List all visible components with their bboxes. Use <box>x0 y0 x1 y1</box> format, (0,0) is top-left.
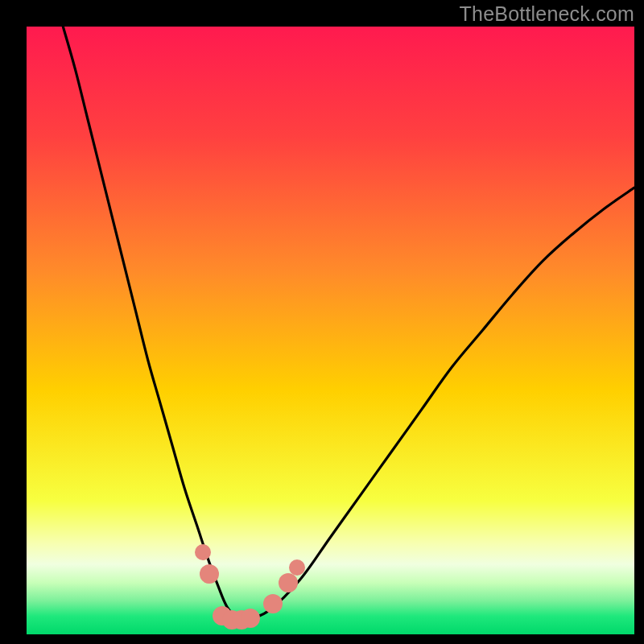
plot-area <box>27 27 634 634</box>
bottleneck-curve <box>27 27 634 634</box>
chart-frame: TheBottleneck.com <box>0 0 644 644</box>
curve-marker <box>195 544 211 560</box>
curve-marker <box>279 573 298 592</box>
curve-marker <box>263 594 283 613</box>
curve-marker <box>241 609 260 628</box>
curve-marker <box>289 559 305 576</box>
watermark-text: TheBottleneck.com <box>460 2 634 26</box>
curve-marker <box>200 564 219 584</box>
